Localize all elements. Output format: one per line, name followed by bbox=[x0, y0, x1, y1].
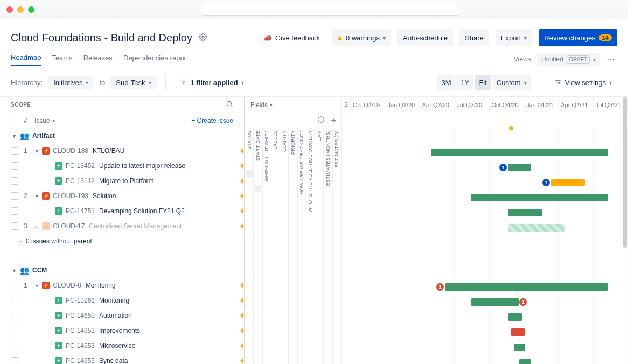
timescale-fit[interactable]: Fit bbox=[475, 75, 491, 90]
issue-row[interactable]: +PC-14655Sync data bbox=[0, 353, 244, 364]
issue-key[interactable]: PC-14751 bbox=[66, 207, 95, 215]
warnings-button[interactable]: 0 warnings ▾ bbox=[332, 29, 391, 46]
views-selector[interactable]: Untitled DRAFT ▾ bbox=[537, 53, 600, 66]
gantt-bar[interactable] bbox=[471, 194, 608, 201]
row-checkbox[interactable] bbox=[11, 222, 18, 230]
row-checkbox[interactable] bbox=[11, 312, 18, 319]
dependency-badge[interactable]: 1 bbox=[499, 164, 507, 171]
gantt-bar[interactable] bbox=[519, 359, 531, 364]
field-column[interactable]: WHO IS THE FULL-TIME OWNER? bbox=[306, 128, 315, 364]
row-checkbox[interactable] bbox=[11, 297, 18, 304]
issue-key[interactable]: PC-14655 bbox=[66, 357, 95, 364]
view-settings-button[interactable]: View settings ▾ bbox=[549, 74, 617, 91]
maximize-window-button[interactable] bbox=[28, 6, 34, 13]
issue-row[interactable]: 1▾⚡CLOUD-8Monitoring bbox=[0, 278, 244, 293]
chevron-down-icon[interactable]: ▾ bbox=[11, 133, 17, 139]
field-column[interactable]: ESTIMATES (MONTHS) bbox=[324, 128, 332, 364]
tab-dependencies[interactable]: Dependencies report bbox=[123, 54, 189, 65]
more-icon[interactable]: ⋯ bbox=[604, 52, 617, 67]
issue-row[interactable]: 2▾⚡CLOUD-193Solution bbox=[0, 188, 244, 204]
review-changes-button[interactable]: Review changes 14 bbox=[539, 29, 617, 46]
gantt-bar[interactable] bbox=[514, 344, 525, 351]
field-column[interactable]: STATUS bbox=[245, 128, 254, 364]
gantt-bar[interactable] bbox=[551, 179, 585, 186]
timescale-3m[interactable]: 3M bbox=[437, 75, 455, 90]
filter-button[interactable]: 1 filter applied ▾ bbox=[175, 75, 249, 90]
tab-releases[interactable]: Releases bbox=[83, 54, 113, 65]
row-checkbox[interactable] bbox=[11, 147, 18, 155]
feedback-button[interactable]: 📣 Give feedback bbox=[258, 29, 325, 46]
issue-key[interactable]: PC-14651 bbox=[66, 327, 95, 334]
field-column[interactable]: CLARITY bbox=[280, 128, 289, 364]
sprint-flag[interactable]: S bbox=[342, 97, 351, 113]
issue-key[interactable]: CLOUD-8 bbox=[53, 282, 81, 289]
tab-teams[interactable]: Teams bbox=[52, 54, 72, 65]
issue-row[interactable]: 3›⚡CLOUD-17Centralised Secret Management bbox=[0, 219, 244, 234]
omnibox[interactable] bbox=[201, 4, 459, 16]
collapse-icon[interactable]: ➜ bbox=[330, 116, 336, 124]
issues-without-parent[interactable]: ›0 issues without parent bbox=[0, 234, 244, 249]
row-checkbox[interactable] bbox=[11, 192, 18, 200]
gantt-bar[interactable] bbox=[508, 224, 565, 232]
search-icon[interactable] bbox=[226, 100, 233, 109]
row-checkbox[interactable] bbox=[11, 282, 18, 289]
issue-key[interactable]: CLOUD-17 bbox=[53, 222, 85, 230]
gantt-bar[interactable] bbox=[511, 328, 525, 336]
issue-key[interactable]: CLOUD-188 bbox=[53, 147, 88, 155]
expand-icon[interactable]: ▾ bbox=[33, 193, 40, 199]
field-column[interactable]: ESTIMATES (D) bbox=[333, 128, 341, 364]
gantt-bar[interactable] bbox=[471, 298, 519, 306]
field-column[interactable]: LABELS bbox=[271, 128, 280, 364]
issue-row[interactable]: +PC-14751Revamping Solution FY21 Q2 bbox=[0, 204, 244, 219]
gantt-bar[interactable] bbox=[508, 164, 531, 171]
undo-icon[interactable] bbox=[317, 116, 325, 125]
row-checkbox[interactable] bbox=[11, 177, 18, 185]
field-column[interactable]: WHEN WILL IT SHIP? bbox=[263, 128, 271, 364]
gantt-bar[interactable] bbox=[445, 283, 608, 291]
row-checkbox[interactable] bbox=[11, 342, 18, 349]
issue-row[interactable]: +PC-14653Microservice bbox=[0, 338, 244, 353]
field-column[interactable]: START DATE bbox=[254, 128, 262, 364]
close-window-button[interactable] bbox=[6, 6, 13, 13]
timescale-1y[interactable]: 1Y bbox=[456, 75, 473, 90]
select-all-checkbox[interactable] bbox=[11, 117, 18, 124]
hierarchy-from[interactable]: Initiatives▾ bbox=[48, 76, 94, 89]
gantt-bar[interactable] bbox=[431, 149, 608, 156]
issue-row[interactable]: +PC-13452Update to latest major release bbox=[0, 158, 244, 173]
issue-key[interactable]: PC-13452 bbox=[66, 162, 95, 170]
tab-roadmap[interactable]: Roadmap bbox=[11, 53, 41, 66]
field-column[interactable]: TEAM bbox=[315, 128, 324, 364]
gantt-bar[interactable] bbox=[508, 313, 522, 321]
issue-key[interactable]: CLOUD-193 bbox=[53, 192, 88, 200]
group-header[interactable]: ▾ 👥 CCM bbox=[0, 263, 244, 278]
issue-row[interactable]: +PC-13112Migrate to Platform bbox=[0, 173, 244, 188]
issue-key[interactable]: PC-14650 bbox=[66, 312, 95, 319]
fields-label[interactable]: Fields bbox=[250, 101, 268, 109]
timescale-custom[interactable]: Custom▾ bbox=[492, 75, 531, 90]
dependency-badge[interactable]: 1 bbox=[542, 179, 550, 186]
row-checkbox[interactable] bbox=[11, 327, 18, 334]
minimize-window-button[interactable] bbox=[17, 6, 24, 13]
chevron-down-icon[interactable]: ▾ bbox=[11, 268, 17, 274]
expand-icon[interactable]: ▾ bbox=[33, 148, 40, 154]
gantt-bar[interactable] bbox=[508, 209, 542, 216]
issue-key[interactable]: PC-13112 bbox=[66, 177, 95, 185]
row-checkbox[interactable] bbox=[11, 207, 18, 215]
create-issue-link[interactable]: + Create issue bbox=[191, 117, 233, 124]
issue-row[interactable]: 1▾⚡CLOUD-188KTLO/BAU bbox=[0, 143, 244, 158]
issue-row[interactable]: +PC-14651Improvements bbox=[0, 323, 244, 338]
issue-key[interactable]: PC-14653 bbox=[66, 342, 95, 349]
field-column[interactable]: PRIORITY bbox=[289, 128, 297, 364]
chevron-right-icon[interactable]: › bbox=[17, 239, 24, 244]
auto-schedule-button[interactable]: Auto-schedule bbox=[397, 29, 453, 46]
gear-icon[interactable] bbox=[199, 33, 207, 43]
expand-icon[interactable]: ▾ bbox=[33, 283, 40, 289]
row-checkbox[interactable] bbox=[11, 162, 18, 170]
issue-row[interactable]: +PC-14650Automation bbox=[0, 308, 244, 323]
field-column[interactable]: HOW ARE WE TRACKING? bbox=[298, 128, 306, 364]
group-header[interactable]: ▾ 👥 Artifact bbox=[0, 128, 244, 143]
vertical-scrollbar[interactable] bbox=[623, 97, 627, 364]
export-button[interactable]: Export▾ bbox=[496, 29, 533, 46]
row-checkbox[interactable] bbox=[11, 357, 18, 364]
col-issue[interactable]: Issue bbox=[34, 117, 50, 124]
